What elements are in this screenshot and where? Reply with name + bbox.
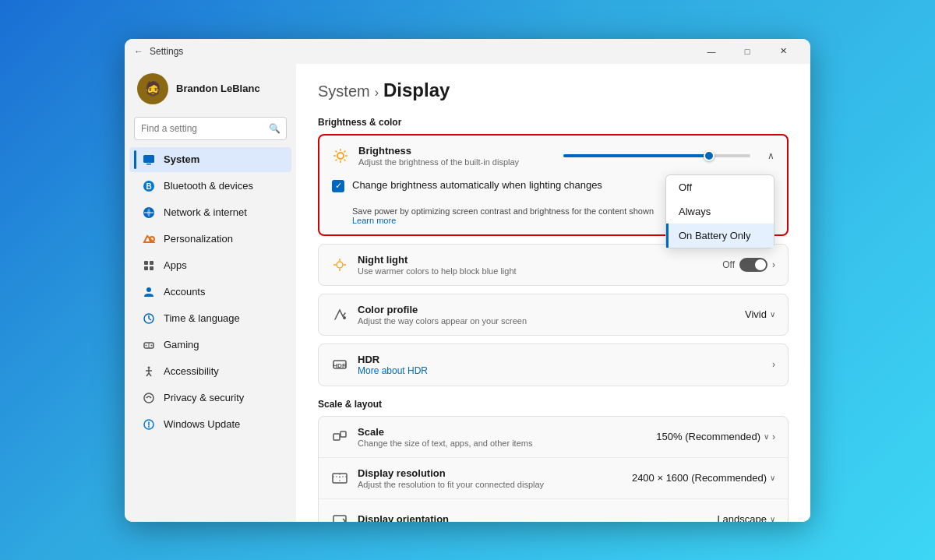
night-light-control: Off › (722, 258, 775, 272)
main-content: System › Display Brightness & color (296, 64, 810, 522)
page-header: System › Display (318, 79, 789, 101)
svg-line-32 (344, 159, 346, 160)
sidebar-item-accounts[interactable]: Accounts (129, 280, 291, 305)
slider-track (563, 154, 751, 157)
search-input[interactable] (134, 117, 287, 140)
sidebar-item-gaming[interactable]: Gaming (129, 333, 291, 357)
minimize-button[interactable]: — (693, 39, 729, 64)
dropdown-option-battery[interactable]: On Battery Only (666, 224, 774, 248)
search-icon: 🔍 (269, 123, 280, 134)
brightness-slider-container[interactable] (556, 154, 759, 157)
sidebar-item-personalization[interactable]: Personalization (129, 227, 291, 252)
back-button[interactable]: ← (134, 46, 143, 57)
sidebar-item-privacy[interactable]: Privacy & security (129, 386, 291, 410)
hdr-card: HDR HDR More about HDR › (318, 343, 789, 386)
resolution-text: Display resolution Adjust the resolution… (358, 467, 623, 489)
svg-text:B: B (146, 182, 151, 191)
resolution-control[interactable]: 2400 × 1600 (Recommended) ∨ (632, 472, 775, 484)
svg-point-26 (337, 153, 344, 159)
night-light-text: Night light Use warmer colors to help bl… (358, 254, 713, 276)
hdr-text: HDR More about HDR (358, 354, 763, 376)
bluetooth-icon: B (142, 179, 156, 193)
scale-section-label: Scale & layout (318, 399, 789, 410)
sidebar-item-apps[interactable]: Apps (129, 253, 291, 278)
night-light-chevron-icon[interactable]: › (772, 259, 775, 270)
sidebar-item-bluetooth[interactable]: B Bluetooth & devices (129, 174, 291, 199)
orientation-value: Landscape (717, 513, 767, 522)
orientation-text: Display orientation (358, 513, 707, 522)
svg-point-17 (146, 344, 147, 346)
sidebar: 🧔 Brandon LeBlanc 🔍 System (125, 64, 296, 522)
color-profile-value: Vivid (745, 308, 767, 320)
orientation-control[interactable]: Landscape ∨ (717, 513, 775, 522)
avatar: 🧔 (137, 73, 168, 104)
resolution-chevron-icon: ∨ (770, 474, 775, 482)
page-parent: System (318, 83, 370, 100)
sidebar-item-update[interactable]: Windows Update (129, 412, 291, 437)
resolution-row: Display resolution Adjust the resolution… (319, 458, 788, 499)
brightness-row: Brightness Adjust the brightness of the … (319, 136, 787, 167)
color-profile-title: Color profile (358, 304, 736, 315)
update-icon (142, 417, 156, 431)
hdr-icon: HDR (331, 356, 348, 373)
hdr-title: HDR (358, 354, 763, 365)
night-light-toggle[interactable] (739, 258, 767, 272)
page-title: Display (383, 79, 450, 101)
orientation-icon (331, 511, 348, 522)
scale-control[interactable]: 150% (Recommended) ∨ › (656, 431, 775, 442)
sidebar-item-accessibility[interactable]: Accessibility (129, 359, 291, 384)
sidebar-item-network[interactable]: Network & internet (129, 200, 291, 225)
sidebar-item-time[interactable]: Time & language (129, 306, 291, 331)
orientation-chevron-icon: ∨ (770, 515, 775, 522)
svg-line-33 (344, 150, 346, 152)
maximize-button[interactable]: □ (729, 39, 765, 64)
window-body: 🧔 Brandon LeBlanc 🔍 System (125, 64, 810, 522)
sidebar-label-bluetooth: Bluetooth & devices (164, 180, 253, 192)
slider-fill (563, 154, 710, 157)
accounts-icon (142, 285, 156, 299)
close-button[interactable]: ✕ (765, 39, 801, 64)
accessibility-icon (142, 365, 156, 379)
gaming-icon (142, 338, 156, 352)
brightness-expand-icon[interactable]: ∧ (767, 150, 774, 161)
slider-thumb[interactable] (704, 150, 714, 161)
dropdown-option-off[interactable]: Off (666, 175, 774, 199)
personalization-icon (142, 232, 156, 246)
svg-rect-48 (333, 516, 346, 522)
svg-rect-1 (146, 164, 151, 165)
color-profile-text: Color profile Adjust the way colors appe… (358, 304, 736, 326)
scale-arrow-icon: › (772, 431, 775, 442)
color-profile-icon (331, 306, 348, 323)
svg-point-18 (151, 344, 153, 346)
toggle-thumb (755, 259, 766, 270)
window-controls: — □ ✕ (693, 39, 801, 64)
orientation-title: Display orientation (358, 513, 707, 522)
hdr-link[interactable]: More about HDR (358, 365, 763, 376)
hdr-chevron-icon[interactable]: › (772, 359, 775, 370)
resolution-title: Display resolution (358, 467, 623, 479)
svg-point-24 (144, 393, 153, 403)
user-section: 🧔 Brandon LeBlanc (125, 64, 296, 114)
auto-brightness-checkbox[interactable]: ✓ (332, 180, 344, 192)
svg-rect-43 (333, 434, 340, 440)
scale-icon (331, 428, 348, 446)
brightness-text: Brightness Adjust the brightness of the … (358, 145, 546, 167)
checkbox-check-icon: ✓ (335, 181, 342, 191)
svg-point-6 (150, 237, 154, 241)
svg-text:HDR: HDR (333, 362, 347, 369)
svg-line-34 (336, 159, 337, 160)
resolution-value: 2400 × 1600 (Recommended) (632, 472, 767, 484)
sidebar-item-system[interactable]: System (129, 147, 291, 172)
night-light-subtitle: Use warmer colors to help block blue lig… (358, 266, 713, 276)
window-title: Settings (150, 46, 693, 57)
svg-point-35 (337, 262, 343, 268)
night-light-row: Night light Use warmer colors to help bl… (319, 245, 788, 285)
color-profile-chevron-icon: ∨ (770, 310, 775, 319)
sidebar-label-update: Windows Update (164, 418, 240, 430)
color-profile-control[interactable]: Vivid ∨ (745, 308, 775, 320)
color-profile-row: Color profile Adjust the way colors appe… (319, 294, 788, 335)
svg-rect-7 (144, 261, 148, 265)
svg-line-14 (149, 319, 151, 320)
sidebar-label-accessibility: Accessibility (164, 365, 219, 377)
dropdown-option-always[interactable]: Always (666, 199, 774, 224)
